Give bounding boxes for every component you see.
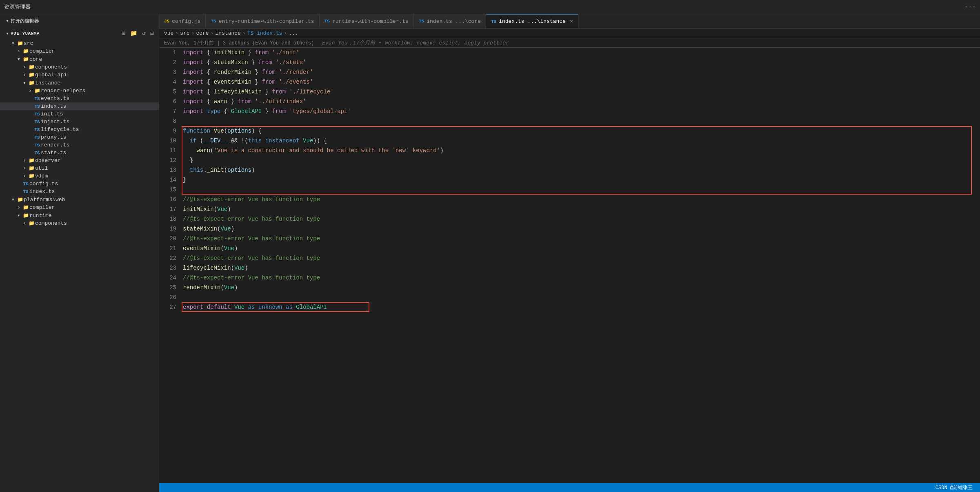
tab-index-core[interactable]: TS index.ts ...\core [414, 14, 486, 28]
tab-entry-runtime[interactable]: TS entry-runtime-with-compiler.ts [206, 14, 319, 28]
code-line: import { warn } from '../util/index' [183, 97, 980, 106]
title-bar-text: 资源管理器 [4, 3, 31, 11]
code-line: warn('Vue is a constructor and should be… [183, 146, 980, 155]
new-file-icon[interactable]: ⊞ [121, 29, 126, 38]
tree-item[interactable]: › 📁 compiler [0, 204, 159, 211]
chevron-down-icon: ▾ [4, 18, 11, 24]
title-bar-menu[interactable]: ··· [964, 3, 976, 11]
tree-item[interactable]: ▾ 📁 core [0, 55, 159, 63]
tree-item[interactable]: TS lifecycle.ts [0, 126, 159, 133]
code-line: renderMixin(Vue) [183, 283, 980, 293]
code-line: //@ts-expect-error Vue has function type [183, 234, 980, 244]
code-line: import type { GlobalAPI } from 'types/gl… [183, 106, 980, 116]
tab-runtime-compiler[interactable]: TS runtime-with-compiler.ts [320, 14, 414, 28]
tree-item[interactable]: › 📁 util [0, 164, 159, 172]
code-line: initMixin(Vue) [183, 204, 980, 214]
code-line: import { stateMixin } from './state' [183, 58, 980, 67]
code-line: //@ts-expect-error Vue has function type [183, 253, 980, 263]
open-editors-label: 打开的编辑器 [11, 18, 39, 24]
status-bar: CSDN @前端张三 [159, 483, 980, 492]
new-folder-icon[interactable]: 📁 [129, 29, 138, 38]
code-line: if (__DEV__ && !(this instanceof Vue)) { [183, 136, 980, 146]
tree-item[interactable]: TS inject.ts [0, 118, 159, 126]
sidebar-item-index-ts[interactable]: TS index.ts [0, 102, 159, 110]
code-line: import { renderMixin } from './render' [183, 67, 980, 77]
ts-icon: TS [324, 19, 330, 24]
line-numbers: 1 2 3 4 5 6 7 8 9 10 11 12 13 14 15 16 1… [159, 48, 180, 483]
tree-item[interactable]: › 📁 vdom [0, 172, 159, 180]
code-line: stateMixin(Vue) [183, 224, 980, 234]
chevron-down-icon-root: ▾ [4, 30, 11, 37]
breadcrumb: vue › src › core › instance › TS index.t… [159, 29, 980, 38]
refresh-icon[interactable]: ↺ [141, 29, 146, 38]
tree-item[interactable]: ▾ 📁 runtime [0, 211, 159, 219]
attribution: CSDN @前端张三 [932, 484, 976, 491]
tree-item[interactable]: › 📁 components [0, 63, 159, 71]
tree-item[interactable]: › 📁 compiler [0, 47, 159, 55]
sidebar-root[interactable]: ▾ VUE_YUANMA ⊞ 📁 ↺ ⊟ [0, 27, 159, 39]
tab-config-js[interactable]: JS config.js [159, 14, 206, 28]
code-line: export default Vue as unknown as GlobalA… [183, 302, 980, 312]
ts-icon: TS [211, 19, 216, 24]
code-editor[interactable]: 1 2 3 4 5 6 7 8 9 10 11 12 13 14 15 16 1… [159, 48, 980, 483]
tree-item[interactable]: TS init.ts [0, 110, 159, 118]
tree-item[interactable]: › 📁 components [0, 219, 159, 227]
code-line: //@ts-expect-error Vue has function type [183, 195, 980, 204]
tree-item[interactable]: TS index.ts [0, 188, 159, 195]
code-line [183, 293, 980, 302]
code-line: } [183, 175, 980, 185]
ts-icon: TS [419, 19, 424, 24]
sidebar-open-editors[interactable]: ▾ 打开的编辑器 [0, 14, 159, 27]
js-icon: JS [164, 19, 169, 24]
code-line: import { initMixin } from './init' [183, 48, 980, 58]
code-line: } [183, 155, 980, 165]
code-line: this._init(options) [183, 165, 980, 175]
root-label: VUE_YUANMA [11, 31, 40, 36]
tab-index-instance[interactable]: TS index.ts ...\instance × [486, 14, 578, 28]
code-line [183, 185, 980, 195]
ts-icon: TS [491, 19, 496, 24]
sidebar-item-instance[interactable]: ▾ 📁 instance [0, 79, 159, 87]
git-bar: Evan You, 17个月前 | 3 authors (Evan You an… [159, 38, 980, 48]
close-icon[interactable]: × [570, 18, 573, 25]
sidebar: ▾ 打开的编辑器 ▾ VUE_YUANMA ⊞ 📁 ↺ ⊟ ▾ 📁 src › … [0, 14, 159, 492]
code-line [183, 116, 980, 126]
tree-item[interactable]: › 📁 render-helpers [0, 87, 159, 95]
editor-area: JS config.js TS entry-runtime-with-compi… [159, 14, 980, 492]
sidebar-item-platforms-web[interactable]: ▾ 📁 platforms\web [0, 195, 159, 204]
tree-item[interactable]: ▾ 📁 src [0, 39, 159, 47]
code-line: lifecycleMixin(Vue) [183, 263, 980, 273]
collapse-icon[interactable]: ⊟ [150, 29, 155, 38]
code-line: //@ts-expect-error Vue has function type [183, 214, 980, 224]
tree-item[interactable]: TS render.ts [0, 141, 159, 149]
tree-item[interactable]: › 📁 global-api [0, 71, 159, 79]
code-line: function Vue(options) { [183, 126, 980, 136]
code-line: eventsMixin(Vue) [183, 244, 980, 253]
code-line: //@ts-expect-error Vue has function type [183, 273, 980, 283]
git-blame: Evan You，17个月前 • workflow: remove eslint… [322, 39, 509, 47]
code-lines: import { initMixin } from './init' impor… [180, 48, 980, 483]
git-info: Evan You, 17个月前 | 3 authors (Evan You an… [164, 40, 314, 47]
tree-item[interactable]: TS proxy.ts [0, 133, 159, 141]
tree-item[interactable]: TS config.ts [0, 180, 159, 188]
tabs-bar: JS config.js TS entry-runtime-with-compi… [159, 14, 980, 29]
code-line: import { eventsMixin } from './events' [183, 77, 980, 87]
tree-item[interactable]: TS events.ts [0, 95, 159, 102]
tree-item[interactable]: TS state.ts [0, 149, 159, 157]
title-bar: 资源管理器 ··· [0, 0, 980, 14]
code-line: import { lifecycleMixin } from './lifecy… [183, 87, 980, 97]
tree-item[interactable]: › 📁 observer [0, 157, 159, 164]
